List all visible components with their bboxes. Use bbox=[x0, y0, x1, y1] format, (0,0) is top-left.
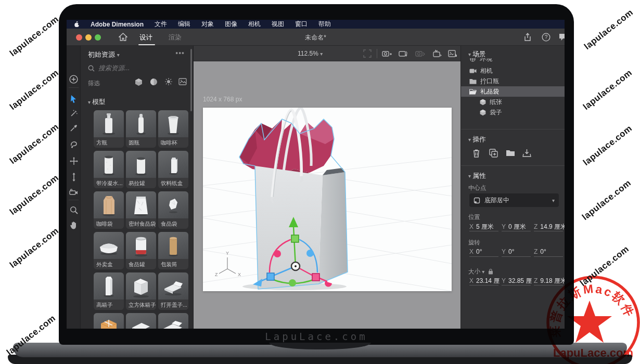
menu-item-camera[interactable]: 相机 bbox=[248, 20, 261, 29]
filter-images-icon[interactable] bbox=[178, 78, 187, 85]
model-tile[interactable]: 外卖盒 bbox=[94, 232, 124, 269]
position-z-field[interactable]: Z14.9 厘米 bbox=[534, 223, 563, 231]
move-tool[interactable] bbox=[67, 155, 81, 167]
position-y-field[interactable]: Y0 厘米 bbox=[502, 223, 531, 231]
menu-item-view[interactable]: 视图 bbox=[272, 20, 284, 29]
scene-item-bottle-group[interactable]: 拧口瓶 bbox=[461, 76, 565, 86]
svg-text:X: X bbox=[238, 272, 241, 277]
comment-icon[interactable] bbox=[559, 33, 565, 41]
filter-models-icon[interactable] bbox=[135, 78, 143, 86]
add-content-button[interactable] bbox=[67, 73, 81, 85]
lasso-tool[interactable] bbox=[67, 138, 81, 151]
size-label[interactable]: 大小 ▾ bbox=[468, 268, 493, 276]
scene-item-environment-clipped[interactable]: 环境 bbox=[461, 58, 565, 64]
camera-orbit-icon[interactable] bbox=[399, 49, 408, 58]
document-title: 未命名* bbox=[67, 33, 565, 42]
model-tile[interactable]: 圆瓶 bbox=[126, 110, 156, 148]
model-thumbnail bbox=[158, 191, 188, 218]
model-thumbnail bbox=[94, 151, 124, 178]
svg-text:Z: Z bbox=[215, 272, 218, 277]
position-x-field[interactable]: X5 厘米 bbox=[469, 223, 498, 231]
menu-item-image[interactable]: 图像 bbox=[225, 20, 237, 29]
scene-item-camera[interactable]: 相机 bbox=[461, 66, 565, 76]
model-tile[interactable]: 咖啡袋 bbox=[94, 191, 124, 229]
scene-item-bag[interactable]: 袋子 bbox=[461, 107, 565, 118]
magic-wand-tool[interactable] bbox=[67, 107, 81, 120]
group-folder-icon[interactable] bbox=[506, 150, 515, 157]
assets-panel-header[interactable]: 初始资源 ▾ bbox=[88, 50, 120, 59]
model-tile[interactable]: 包装筒 bbox=[158, 232, 188, 269]
properties-section-header[interactable]: ▾ 属性 bbox=[468, 172, 486, 180]
model-tile[interactable]: 打开盖子... bbox=[158, 272, 188, 310]
actions-section-header[interactable]: ▾ 操作 bbox=[468, 135, 486, 144]
select-tool[interactable] bbox=[67, 93, 81, 105]
render-preview-icon[interactable] bbox=[448, 49, 457, 58]
lock-icon[interactable] bbox=[488, 268, 493, 275]
scene-section-header[interactable]: ▾ 场景 bbox=[468, 50, 486, 59]
watermark: lapulace.com bbox=[7, 121, 61, 166]
share-icon[interactable] bbox=[523, 33, 532, 42]
help-icon[interactable]: ? bbox=[542, 33, 551, 42]
menu-item-file[interactable]: 文件 bbox=[155, 20, 167, 29]
rotation-y-field[interactable]: Y0° bbox=[502, 248, 531, 257]
camera-add-icon[interactable] bbox=[382, 49, 392, 58]
model-tile[interactable]: 立方体箱子 bbox=[126, 272, 156, 310]
filter-lights-icon[interactable] bbox=[164, 77, 173, 86]
delete-icon[interactable] bbox=[472, 149, 480, 158]
model-tile[interactable] bbox=[126, 313, 156, 329]
scale-tool[interactable] bbox=[67, 171, 81, 183]
watermark: lapulace.com bbox=[582, 7, 636, 52]
artboard[interactable]: Y Z X bbox=[203, 108, 452, 291]
model-thumbnail bbox=[94, 110, 124, 137]
model-tile[interactable]: 咖啡杯 bbox=[158, 110, 188, 148]
model-tile[interactable]: 食品罐 bbox=[126, 232, 156, 269]
model-tile[interactable]: 方瓶 bbox=[94, 110, 124, 148]
menu-item-help[interactable]: 帮助 bbox=[318, 20, 331, 29]
model-tile[interactable]: 食品袋 bbox=[158, 191, 188, 229]
apple-logo-icon[interactable] bbox=[74, 21, 80, 28]
frame-icon[interactable] bbox=[363, 49, 372, 58]
scene-item-paper[interactable]: 纸张 bbox=[461, 97, 565, 107]
menu-item-object[interactable]: 对象 bbox=[201, 20, 214, 29]
scene-item-gift-bag[interactable]: 礼品袋 bbox=[461, 86, 565, 97]
scene-3d-view: Y Z X bbox=[203, 108, 452, 291]
camera-bookmark-icon[interactable] bbox=[432, 49, 442, 58]
properties-panel: ▾ 场景 环境 相机 拧口瓶 礼品袋 纸张 bbox=[460, 46, 565, 329]
filter-materials-icon[interactable] bbox=[150, 78, 158, 86]
hand-tool[interactable] bbox=[67, 219, 81, 231]
rotation-z-field[interactable]: Z0° bbox=[534, 248, 563, 257]
zoom-tool[interactable] bbox=[67, 204, 81, 216]
model-tile[interactable] bbox=[94, 313, 124, 329]
model-tile[interactable]: 饮料纸盒 bbox=[158, 151, 188, 188]
export-icon[interactable] bbox=[522, 149, 531, 157]
model-tile[interactable]: 密封食品袋 bbox=[126, 191, 156, 229]
pivot-dropdown[interactable]: 底部居中 ▾ bbox=[469, 193, 559, 207]
rotation-x-field[interactable]: X0° bbox=[469, 248, 498, 257]
artboard-size-label: 1024 x 768 px bbox=[203, 96, 242, 103]
size-z-field[interactable]: Z9.18 厘米 bbox=[534, 277, 563, 285]
sampler-tool[interactable] bbox=[67, 122, 81, 134]
model-tile[interactable] bbox=[158, 313, 188, 329]
camera-pan-icon[interactable] bbox=[415, 49, 425, 58]
camera-dolly-tool[interactable] bbox=[67, 186, 81, 199]
zoom-level-dropdown[interactable]: 112.5% ▾ bbox=[298, 50, 323, 57]
menu-app-name[interactable]: Adobe Dimension bbox=[91, 21, 144, 28]
menu-item-edit[interactable]: 编辑 bbox=[178, 20, 190, 29]
size-y-field[interactable]: Y32.85 厘 bbox=[502, 277, 531, 285]
search-input[interactable] bbox=[98, 64, 176, 72]
model-tile[interactable]: 易拉罐 bbox=[126, 151, 156, 188]
watermark: lapulace.com bbox=[580, 177, 634, 223]
more-options-icon[interactable]: ••• bbox=[175, 49, 185, 57]
menu-item-window[interactable]: 窗口 bbox=[295, 20, 308, 29]
chevron-down-icon: ▾ bbox=[468, 173, 471, 179]
watermark: lapulace.com bbox=[7, 67, 61, 112]
chevron-down-icon: ▾ bbox=[320, 51, 323, 57]
canvas-area[interactable]: 112.5% ▾ bbox=[194, 46, 460, 329]
scrollbar[interactable] bbox=[190, 49, 192, 111]
duplicate-icon[interactable] bbox=[489, 149, 498, 158]
chevron-down-icon: ▾ bbox=[482, 269, 484, 275]
models-section-header[interactable]: ▾ 模型 bbox=[88, 98, 106, 107]
size-x-field[interactable]: X23.14 厘 bbox=[469, 277, 498, 285]
model-tile[interactable]: 高箱子 bbox=[94, 272, 124, 310]
model-tile[interactable]: 带冷凝水... bbox=[94, 151, 124, 188]
